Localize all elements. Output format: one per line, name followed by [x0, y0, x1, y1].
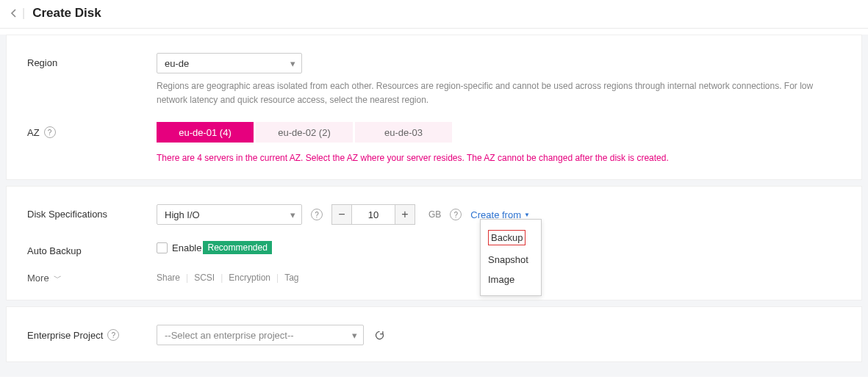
page-body: Region eu-de ▾ Regions are geographic ar… [0, 35, 868, 377]
chevron-down-icon: ﹀ [54, 273, 62, 284]
label-text: Auto Backup [27, 245, 82, 256]
menu-item-image[interactable]: Image [481, 270, 541, 289]
az-tab-label: eu-de-01 (4) [179, 127, 232, 138]
label-text: Region [27, 57, 57, 68]
az-tab-3[interactable]: eu-de-03 [355, 122, 452, 143]
menu-label: Backup [488, 230, 526, 245]
create-from-menu: Backup Snapshot Image [480, 219, 542, 296]
divider: | [22, 7, 25, 20]
size-unit: GB [428, 209, 441, 220]
az-tab-label: eu-de-03 [384, 127, 423, 138]
label-text: Disk Specifications [27, 209, 107, 220]
row-more: More ﹀ Share| SCSI| Encryption| Tag [27, 273, 841, 284]
sep: | [186, 273, 188, 283]
ep-placeholder: --Select an enterprise project-- [165, 330, 294, 341]
row-auto-backup: Auto Backup Enable Recommended [27, 241, 841, 256]
label-auto-backup: Auto Backup [27, 241, 157, 256]
caret-down-icon: ▾ [352, 330, 357, 341]
row-ep: Enterprise Project ? --Select an enterpr… [27, 325, 841, 345]
refresh-button[interactable] [371, 327, 387, 343]
label-text: AZ [27, 127, 40, 138]
tag-tag: Tag [284, 273, 298, 283]
triangle-down-icon: ▼ [524, 212, 530, 218]
az-note: There are 4 servers in the current AZ. S… [157, 153, 841, 163]
region-select[interactable]: eu-de ▾ [157, 53, 302, 73]
help-icon[interactable]: ? [311, 209, 323, 220]
minus-button[interactable]: − [331, 204, 352, 225]
enable-checkbox[interactable] [157, 242, 168, 253]
sep: | [220, 273, 223, 283]
back-icon[interactable] [10, 8, 18, 18]
menu-label: Image [488, 274, 514, 285]
menu-item-backup[interactable]: Backup [481, 226, 541, 250]
panel-region-az: Region eu-de ▾ Regions are geographic ar… [6, 35, 862, 180]
panel-spec: Disk Specifications High I/O ▾ ? − + GB … [6, 186, 862, 300]
caret-down-icon: ▾ [290, 209, 295, 220]
label-text: Enterprise Project [27, 330, 103, 341]
caret-down-icon: ▾ [290, 58, 295, 69]
row-spec: Disk Specifications High I/O ▾ ? − + GB … [27, 204, 841, 225]
label-spec: Disk Specifications [27, 204, 157, 220]
az-tab-label: eu-de-02 (2) [278, 127, 331, 138]
size-stepper: − + [331, 204, 415, 225]
more-toggle[interactable]: More ﹀ [27, 273, 157, 284]
region-value: eu-de [165, 58, 189, 69]
az-tab-1[interactable]: eu-de-01 (4) [157, 122, 254, 143]
plus-button[interactable]: + [395, 204, 415, 225]
az-tabs: eu-de-01 (4) eu-de-02 (2) eu-de-03 [157, 122, 841, 143]
sep: | [276, 273, 279, 283]
page-title: Create Disk [32, 6, 101, 21]
row-region: Region eu-de ▾ Regions are geographic ar… [27, 53, 841, 107]
field-ep: --Select an enterprise project-- ▾ [157, 325, 841, 345]
ep-select[interactable]: --Select an enterprise project-- ▾ [157, 325, 364, 345]
tag-scsi: SCSI [194, 273, 215, 283]
tag-share: Share [157, 273, 180, 283]
row-az: AZ ? eu-de-01 (4) eu-de-02 (2) eu-de-03 … [27, 122, 841, 163]
label-region: Region [27, 53, 157, 68]
enable-text: Enable [172, 242, 201, 253]
recommended-badge: Recommended [203, 241, 271, 254]
help-icon[interactable]: ? [450, 209, 462, 220]
page-header: | Create Disk [0, 0, 868, 29]
more-label-text: More [27, 273, 49, 284]
label-az: AZ ? [27, 122, 157, 138]
tag-encryption: Encryption [229, 273, 270, 283]
help-icon[interactable]: ? [107, 329, 119, 341]
help-icon[interactable]: ? [44, 126, 56, 138]
label-ep: Enterprise Project ? [27, 325, 157, 341]
disk-type-select[interactable]: High I/O ▾ [157, 204, 302, 225]
disk-type-value: High I/O [165, 209, 200, 220]
field-region: eu-de ▾ Regions are geographic areas iso… [157, 53, 841, 107]
menu-label: Snapshot [488, 254, 528, 265]
size-input[interactable] [352, 204, 395, 225]
region-hint: Regions are geographic areas isolated fr… [157, 79, 841, 107]
panel-enterprise-project: Enterprise Project ? --Select an enterpr… [6, 306, 862, 362]
az-tab-2[interactable]: eu-de-02 (2) [256, 122, 353, 143]
field-az: eu-de-01 (4) eu-de-02 (2) eu-de-03 There… [157, 122, 841, 163]
menu-item-snapshot[interactable]: Snapshot [481, 250, 541, 270]
